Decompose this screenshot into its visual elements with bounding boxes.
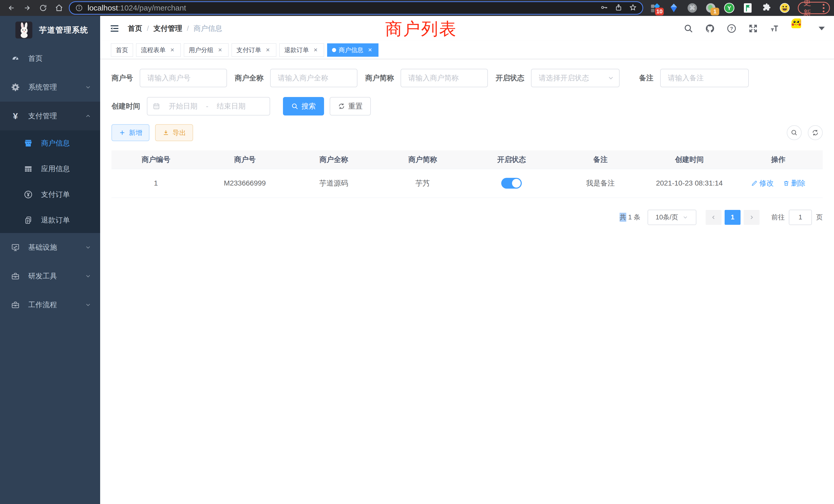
start-date-input[interactable] [164,102,202,110]
cell-create-time: 2021-10-23 08:31:14 [645,169,734,198]
chevron-down-icon [85,244,91,251]
browser-menu-icon[interactable] [823,4,825,12]
delete-button[interactable]: 删除 [783,178,806,188]
pagination-total: 共 1 条 [620,213,640,222]
close-icon[interactable]: × [217,46,224,54]
browser-home-button[interactable] [53,2,65,14]
tab-user-group[interactable]: 用户分组 × [184,43,228,57]
create-time-label: 创建时间 [111,101,140,111]
password-key-icon[interactable] [600,4,608,12]
col-full-name: 商户全称 [289,151,378,169]
cell-merchant-no: M233666999 [200,169,289,198]
toolbox-icon [11,272,20,281]
remark-input[interactable] [660,69,749,87]
sidebar-item-workflow[interactable]: 工作流程 [0,291,100,319]
sidebar-item-refund-order[interactable]: 退款订单 [0,207,100,233]
ext-flag-icon[interactable] [742,2,754,14]
date-range-picker[interactable]: - [147,97,270,115]
calendar-icon [153,102,160,110]
filter-row-2: 创建时间 - 搜索 重置 [111,97,823,115]
table-row: 1 M233666999 芋道源码 芋艿 我是备注 2021-10-23 08:… [111,169,823,198]
ext-status-circle-icon[interactable]: 1 [705,2,717,14]
sidebar-item-dev-tools[interactable]: 研发工具 [0,262,100,291]
tab-merchant-info[interactable]: 商户信息 × [327,43,378,57]
close-icon[interactable]: × [264,46,271,54]
logo-rabbit-image [16,22,32,39]
browser-forward-button[interactable] [21,2,34,14]
hide-search-icon[interactable] [787,125,802,140]
export-button[interactable]: 导出 [155,124,193,141]
sidebar-item-infrastructure[interactable]: 基础设施 [0,233,100,262]
search-button[interactable]: 搜索 [283,97,324,115]
pagination: 共 1 条 10条/页 1 前往 页 [111,210,823,225]
filter-row-1: 商户号 商户全称 商户简称 开启状态 [111,69,823,87]
help-icon[interactable]: ? [727,24,737,33]
sidebar-item-payment[interactable]: ¥ 支付管理 [0,101,100,130]
end-date-input[interactable] [212,102,250,110]
toolbox-icon [11,300,20,310]
user-avatar[interactable] [791,19,811,39]
goto-page-input[interactable] [789,210,812,225]
tab-refund-order[interactable]: 退款订单 × [279,43,324,57]
close-icon[interactable]: × [312,46,319,54]
table-toolbar: 新增 导出 [111,124,823,141]
sidebar-item-pay-order[interactable]: 支付订单 [0,182,100,207]
tab-process-form[interactable]: 流程表单 × [136,43,181,57]
chevron-down-icon [85,84,91,91]
store-icon [24,139,33,148]
merchant-no-input[interactable] [140,69,227,87]
bookmark-star-icon[interactable] [629,4,637,12]
yen-icon: ¥ [11,111,20,121]
ext-kite-icon[interactable] [668,2,680,14]
browser-back-button[interactable] [5,2,18,14]
cell-full-name: 芋道源码 [289,169,378,198]
add-button[interactable]: 新增 [111,124,150,141]
close-icon[interactable]: × [169,46,176,54]
col-create-time: 创建时间 [645,151,734,169]
ext-blue-diamond-icon[interactable]: 10 [650,2,661,14]
share-icon[interactable] [615,4,622,12]
col-short-name: 商户简称 [378,151,467,169]
page-number-1[interactable]: 1 [725,210,741,225]
tab-home[interactable]: 首页 [111,43,133,57]
extensions-puzzle-icon[interactable] [760,2,772,14]
sidebar-item-home[interactable]: 首页 [0,44,100,73]
fullscreen-icon[interactable] [748,24,758,33]
page-info-icon[interactable] [75,4,83,12]
breadcrumb-payment[interactable]: 支付管理 [154,24,182,33]
sidebar-fold-icon[interactable] [107,21,122,36]
breadcrumb-home[interactable]: 首页 [128,24,142,33]
reset-button[interactable]: 重置 [330,97,371,115]
ext-command-icon[interactable]: ⌘ [686,2,698,14]
page-size-select[interactable]: 10条/页 [648,210,696,225]
search-icon[interactable] [683,24,693,33]
ext-emoji-icon[interactable] [779,2,791,14]
url-bar[interactable]: localhost:1024/pay/merchant [69,1,643,15]
sidebar-item-merchant-info[interactable]: 商户信息 [0,130,100,156]
github-icon[interactable] [705,24,715,33]
font-size-icon[interactable] [770,24,780,33]
sidebar-item-app-info[interactable]: 应用信息 [0,156,100,182]
table-header-row: 商户编号 商户号 商户全称 商户简称 开启状态 备注 创建时间 操作 [111,151,823,169]
dashboard-icon [11,54,20,63]
monitor-icon [11,243,20,252]
tab-pay-order[interactable]: 支付订单 × [232,43,276,57]
payment-submenu: 商户信息 应用信息 支付订单 退款订单 [0,130,100,233]
status-toggle[interactable] [501,178,522,189]
user-menu-caret-icon[interactable] [818,27,825,30]
close-icon[interactable]: × [367,46,374,54]
prev-page-button[interactable] [706,210,722,225]
col-merchant-no: 商户号 [200,151,289,169]
ext-y-icon[interactable]: Y [723,2,735,14]
merchant-shortname-input[interactable] [400,69,488,87]
refresh-icon[interactable] [808,125,823,140]
browser-reload-button[interactable] [37,2,49,14]
next-page-button[interactable] [744,210,760,225]
svg-text:⌘: ⌘ [689,5,695,11]
merchant-fullname-input[interactable] [270,69,357,87]
browser-update-button[interactable]: 更新 [798,2,830,14]
chevron-down-icon [607,74,614,83]
edit-button[interactable]: 修改 [751,178,774,188]
sidebar-item-system[interactable]: 系统管理 [0,73,100,101]
status-select[interactable] [531,69,620,87]
